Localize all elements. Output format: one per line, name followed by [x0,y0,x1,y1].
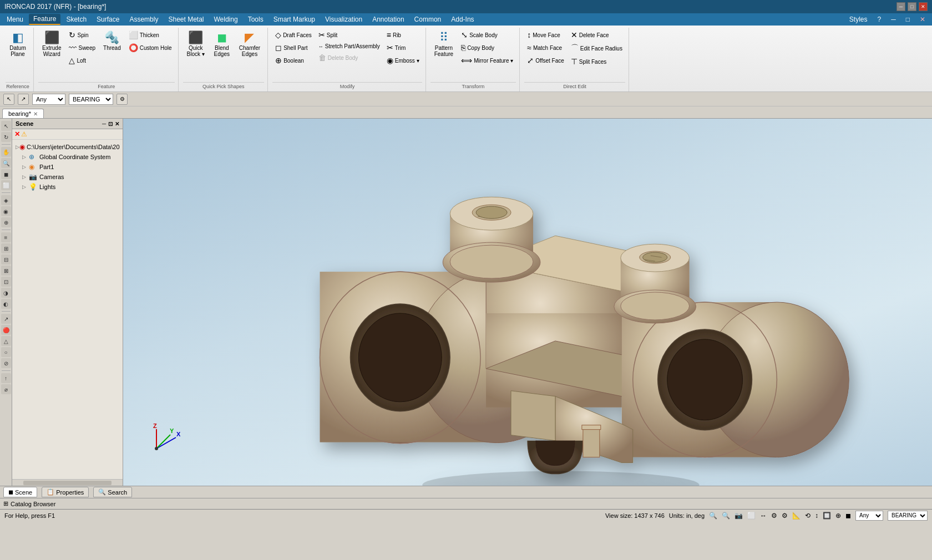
emboss-button[interactable]: ◉ Emboss ▾ [384,54,422,67]
vtool-tool3[interactable]: ⊕ [1,217,11,227]
shell-part-button[interactable]: ◻ Shell Part [272,42,315,54]
vtool-view1[interactable]: ◼ [1,169,11,179]
pattern-feature-button[interactable]: ⠿ PatternFeature [430,29,457,60]
vtool-tool6[interactable]: ⊟ [1,254,11,264]
menu-minimize[interactable]: ─ [887,14,900,24]
vtool-tool1[interactable]: ◈ [1,195,11,205]
tree-item-gcs[interactable]: ▷ ⊕ Global Coordinate System [14,152,120,162]
menu-item-common[interactable]: Common [410,14,446,24]
status-filter-select[interactable]: Any [855,511,883,521]
match-face-button[interactable]: ≈ Match Face [524,42,567,54]
measure-icon[interactable]: 📐 [792,512,801,520]
viewport[interactable]: X Y Z [123,119,932,486]
datum-plane-button[interactable]: ◧ DatumPlane [6,29,30,60]
minimize-button[interactable]: ─ [896,2,905,11]
vtool-tool2[interactable]: ◉ [1,206,11,216]
scene-scrollbar-thumb[interactable] [23,481,112,485]
scale-body-button[interactable]: ⤡ Scale Body [458,29,516,41]
filter-select[interactable]: Any [32,94,65,105]
vtool-tool17[interactable]: ⌀ [1,384,11,394]
tree-expand-cameras[interactable]: ▷ [22,174,29,180]
menu-item-visualization[interactable]: Visualization [321,14,367,24]
tree-expand-lights[interactable]: ▷ [22,184,29,190]
vtool-tool5[interactable]: ⊞ [1,243,11,253]
status-name-select[interactable]: BEARING [888,511,928,521]
menu-close[interactable]: ✕ [915,14,930,24]
vtool-select[interactable]: ↖ [1,121,11,131]
stretch-assembly-button[interactable]: ↔ Stretch Part/Assembly [316,42,383,51]
close-button[interactable]: ✕ [919,2,928,11]
scene-toolbar-check[interactable]: ⚠ [21,130,27,138]
draft-faces-button[interactable]: ◇ Draft Faces [272,29,315,41]
menu-item-styles[interactable]: Styles [845,14,872,24]
snap-icon[interactable]: ⊕ [835,512,841,520]
vtool-tool13[interactable]: △ [1,336,11,346]
menu-item-smartmarkup[interactable]: Smart Markup [269,14,320,24]
mirror-feature-button[interactable]: ⟺ Mirror Feature ▾ [458,54,516,67]
settings1-icon[interactable]: ⚙ [771,512,777,520]
tree-expand-root[interactable]: ▷ [16,144,19,150]
tree-expand-gcs[interactable]: ▷ [22,154,29,160]
vtool-tool16[interactable]: ↑ [1,373,11,383]
scene-pin-button[interactable]: ─ [102,121,106,127]
vtool-view2[interactable]: ⬜ [1,180,11,190]
layer-icon[interactable]: ◼ [845,512,851,520]
blend-edges-button[interactable]: ◼ BlendEdges [210,29,234,60]
name-select[interactable]: BEARING [69,94,113,105]
offset-face-button[interactable]: ⤢ Offset Face [524,54,567,67]
custom-hole-button[interactable]: ⭕ Custom Hole [126,42,175,54]
vtool-tool11[interactable]: ↗ [1,314,11,324]
split-button[interactable]: ✂ Split [316,29,383,41]
flip-icon[interactable]: ↕ [815,512,818,520]
split-faces-button[interactable]: ⊤ Split Faces [568,55,625,68]
edit-face-radius-button[interactable]: ⌒ Edit Face Radius [568,42,625,55]
view-mode-icon[interactable]: ↔ [760,512,767,520]
vtool-rotate[interactable]: ↻ [1,132,11,142]
vtool-tool4[interactable]: ≡ [1,232,11,242]
bearing-tab[interactable]: bearing* ✕ [2,109,44,118]
vtool-tool10[interactable]: ◐ [1,299,11,309]
delete-body-button[interactable]: 🗑 Delete Body [316,52,383,64]
zoom-in-icon[interactable]: 🔍 [722,512,730,520]
menu-restore[interactable]: □ [901,14,914,24]
vtool-tool12[interactable]: 🔴 [1,325,11,335]
menu-item-welding[interactable]: Welding [210,14,242,24]
rotate-icon[interactable]: ⟲ [805,512,811,520]
tree-item-lights[interactable]: ▷ 💡 Lights [14,182,120,192]
boolean-button[interactable]: ⊕ Boolean [272,54,315,67]
menu-item-annotation[interactable]: Annotation [368,14,408,24]
settings2-icon[interactable]: ⚙ [782,512,788,520]
vtool-pan[interactable]: ✋ [1,147,11,157]
menu-item-assembly[interactable]: Assembly [125,14,163,24]
menu-item-tools[interactable]: Tools [244,14,268,24]
scene-tab-properties[interactable]: 📋 Properties [42,487,89,497]
select-tool-button[interactable]: ↖ [3,94,14,105]
copy-body-button[interactable]: ⎘ Copy Body [458,42,516,54]
vtool-tool14[interactable]: ○ [1,347,11,357]
tree-item-root[interactable]: ▷ ◉ C:\Users\jeter\Documents\Data\20 [14,142,120,152]
scene-scrollbar[interactable] [12,479,123,486]
quick-block-button[interactable]: ⬛ QuickBlock ▾ [183,29,209,60]
camera-icon[interactable]: 📷 [735,512,743,520]
trim-button[interactable]: ✂ Trim [384,42,422,54]
extrude-wizard-button[interactable]: ⬛ ExtrudeWizard [38,29,65,60]
spin-button[interactable]: ↻ Spin [66,29,98,41]
vtool-tool15[interactable]: ⊘ [1,358,11,368]
scene-float-button[interactable]: ⊡ [108,121,113,127]
move-face-button[interactable]: ↕ Move Face [524,29,567,41]
tree-item-part1[interactable]: ▷ ◉ Part1 [14,162,120,172]
zoom-out-icon[interactable]: 🔍 [709,512,717,520]
menu-item-help[interactable]: ? [873,14,886,24]
menu-item-menu[interactable]: Menu [2,14,28,24]
scene-close-button[interactable]: ✕ [115,121,119,127]
scene-tab-search[interactable]: 🔍 Search [93,487,132,497]
vtool-zoom[interactable]: 🔍 [1,158,11,168]
restore-button[interactable]: □ [908,2,916,11]
menu-item-surface[interactable]: Surface [92,14,124,24]
vtool-tool9[interactable]: ◑ [1,288,11,298]
rib-button[interactable]: ≡ Rib [384,29,422,41]
menu-item-sketch[interactable]: Sketch [62,14,91,24]
vtool-tool7[interactable]: ⊠ [1,266,11,276]
scene-toolbar-x[interactable]: ✕ [14,130,20,138]
grid-icon[interactable]: 🔲 [823,512,831,520]
